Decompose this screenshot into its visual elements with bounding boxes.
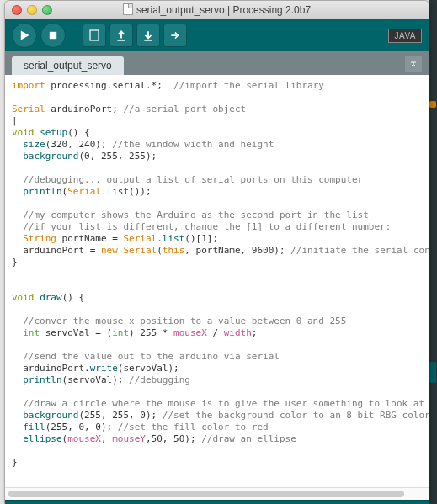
titlebar: serial_output_servo | Processing 2.0b7 (5, 1, 429, 19)
horizontal-scrollbar[interactable] (5, 487, 429, 500)
open-button[interactable] (109, 24, 133, 47)
export-button[interactable] (163, 24, 187, 47)
mode-badge[interactable]: JAVA (388, 29, 422, 43)
tab-menu-button[interactable] (405, 56, 422, 72)
zoom-button[interactable] (42, 5, 52, 15)
document-icon (123, 3, 133, 15)
tab-bar: serial_output_servo (5, 51, 429, 75)
svg-rect-0 (50, 32, 56, 39)
run-button[interactable] (12, 23, 37, 48)
code-editor[interactable]: import processing.serial.*; //import the… (5, 75, 429, 487)
app-window: serial_output_servo | Processing 2.0b7 J… (4, 0, 429, 504)
window-controls (12, 5, 52, 15)
stop-button[interactable] (40, 23, 66, 48)
sketch-tab[interactable]: serial_output_servo (12, 56, 124, 75)
new-button[interactable] (83, 24, 106, 47)
close-button[interactable] (12, 5, 22, 15)
svg-rect-1 (90, 30, 99, 40)
window-title: serial_output_servo | Processing 2.0b7 (5, 3, 429, 16)
toolbar: JAVA (5, 19, 429, 51)
save-button[interactable] (136, 24, 160, 47)
window-title-text: serial_output_servo | Processing 2.0b7 (136, 4, 311, 16)
minimize-button[interactable] (27, 5, 37, 15)
status-bar (5, 500, 429, 504)
